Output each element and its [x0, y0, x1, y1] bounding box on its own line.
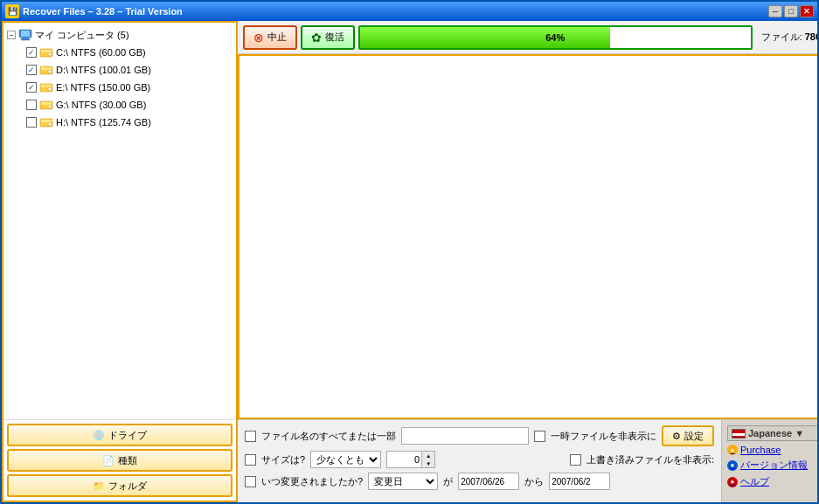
drive-icon-e	[39, 80, 53, 94]
right-main: ⊗ 中止 ✿ 復活 64% ファイル: 786	[238, 21, 817, 502]
svg-point-6	[48, 52, 52, 56]
svg-rect-11	[41, 85, 52, 87]
left-panel-buttons: 💿 ドライブ 📄 種類 📁 フォルダ	[3, 419, 236, 501]
tree-item-c: ✓ C:\ NTFS (60.00 GB)	[26, 44, 233, 61]
main-file-area[interactable]	[238, 54, 817, 419]
app-icon: 💾	[5, 4, 19, 18]
tree-children: ✓ C:\ NTFS (60.00 GB) ✓	[26, 44, 233, 131]
size-value-input[interactable]	[386, 451, 421, 468]
drive-icon-g	[39, 98, 53, 112]
left-panel: − マイ コンピュータ (5) ✓	[2, 21, 238, 502]
main-window: 💾 Recover Files – 3.28 – Trial Version ─…	[0, 0, 819, 504]
language-selector[interactable]: Japanese ▼	[727, 425, 817, 441]
tree-root-item: − マイ コンピュータ (5)	[7, 26, 233, 44]
file-count: ファイル: 786	[756, 31, 817, 44]
progress-bar	[360, 27, 610, 48]
svg-rect-1	[21, 31, 30, 37]
computer-icon	[18, 28, 32, 42]
side-links: Japanese ▼ ● Purchase ● バージョン情報 ●	[721, 420, 817, 502]
settings-label: 設定	[684, 430, 704, 443]
date-type-select[interactable]: 変更日	[368, 473, 438, 490]
filter-row-size: サイズは? 少なくとも ▲ ▼	[245, 451, 714, 468]
date-from-input[interactable]	[458, 473, 519, 490]
hide-temp-label: 一時ファイルを非表示に	[551, 430, 656, 443]
close-button[interactable]: ✕	[800, 5, 814, 17]
purchase-label: Purchase	[740, 445, 781, 455]
checkbox-d[interactable]: ✓	[26, 65, 37, 75]
help-label: ヘルプ	[740, 475, 769, 488]
lang-flag-icon	[732, 429, 746, 438]
date-to-label: から	[524, 475, 544, 488]
svg-rect-5	[41, 50, 52, 52]
filter-area: ファイル名のすべてまたは一部 一時ファイルを非表示に ⚙ 設定	[238, 420, 721, 502]
hide-overwrite-checkbox[interactable]	[570, 454, 581, 466]
recover-button[interactable]: ✿ 復活	[301, 25, 355, 50]
svg-point-18	[48, 122, 52, 126]
svg-point-15	[48, 105, 52, 108]
filename-checkbox[interactable]	[245, 431, 256, 442]
toolbar: ⊗ 中止 ✿ 復活 64% ファイル: 786	[238, 21, 817, 54]
lang-arrow-icon: ▼	[795, 428, 804, 438]
drive-icon-c	[39, 45, 53, 59]
spinner-down[interactable]: ▼	[422, 459, 434, 467]
size-checkbox[interactable]	[245, 454, 256, 466]
recover-icon: ✿	[311, 31, 322, 45]
svg-rect-3	[21, 39, 30, 41]
hide-temp-checkbox[interactable]	[534, 431, 545, 442]
help-icon: ●	[727, 477, 738, 487]
tree-expander[interactable]: −	[7, 31, 16, 39]
folder-button-label: フォルダ	[108, 480, 147, 493]
tree-area: − マイ コンピュータ (5) ✓	[3, 23, 236, 419]
checkbox-c[interactable]: ✓	[26, 47, 37, 58]
filename-input[interactable]	[401, 427, 529, 445]
date-to-input[interactable]	[549, 473, 610, 490]
svg-rect-8	[41, 67, 52, 70]
checkbox-e[interactable]: ✓	[26, 82, 37, 93]
stop-button[interactable]: ⊗ 中止	[243, 25, 297, 50]
filter-row-filename: ファイル名のすべてまたは一部 一時ファイルを非表示に ⚙ 設定	[245, 425, 714, 446]
spinner-buttons: ▲ ▼	[421, 451, 435, 468]
folder-button-icon: 📁	[93, 480, 105, 492]
right-section: ⊗ 中止 ✿ 復活 64% ファイル: 786	[238, 21, 817, 502]
svg-point-12	[48, 87, 52, 91]
folder-button[interactable]: 📁 フォルダ	[7, 474, 233, 497]
purchase-link[interactable]: ● Purchase	[727, 445, 817, 455]
title-bar: 💾 Recover Files – 3.28 – Trial Version ─…	[2, 2, 817, 21]
tree-item-e: ✓ E:\ NTFS (150.00 GB)	[26, 79, 233, 96]
minimize-button[interactable]: ─	[768, 5, 782, 17]
window-controls: ─ □ ✕	[768, 5, 814, 17]
type-button-label: 種類	[118, 454, 137, 467]
maximize-button[interactable]: □	[784, 5, 798, 17]
tree-item-d: ✓ D:\ NTFS (100.01 GB)	[26, 61, 233, 79]
tree-label-g: G:\ NTFS (30.00 GB)	[56, 100, 146, 110]
drive-button[interactable]: 💿 ドライブ	[7, 424, 233, 446]
version-label: バージョン情報	[740, 459, 808, 472]
settings-button[interactable]: ⚙ 設定	[662, 425, 714, 446]
date-ga-label: が	[443, 475, 453, 488]
tree-item-h: H:\ NTFS (125.74 GB)	[26, 114, 233, 131]
tree-label-c: C:\ NTFS (60.00 GB)	[56, 47, 146, 58]
drive-button-icon: 💿	[93, 430, 105, 441]
drive-icon-d	[39, 63, 53, 77]
svg-point-9	[48, 70, 52, 73]
checkbox-h[interactable]	[26, 117, 37, 128]
version-link[interactable]: ● バージョン情報	[727, 459, 817, 472]
recover-label: 復活	[325, 31, 344, 44]
help-link[interactable]: ● ヘルプ	[727, 475, 817, 488]
progress-bar-container: 64%	[358, 25, 753, 50]
tree-label-h: H:\ NTFS (125.74 GB)	[56, 117, 151, 128]
tree-root-label: マイ コンピュータ (5)	[35, 29, 129, 42]
size-type-select[interactable]: 少なくとも	[310, 451, 381, 468]
spinner-up[interactable]: ▲	[422, 452, 434, 459]
type-button[interactable]: 📄 種類	[7, 449, 233, 472]
filter-row-date: いつ変更されましたか? 変更日 が から	[245, 473, 714, 490]
drive-icon-h	[39, 115, 53, 129]
checkbox-g[interactable]	[26, 100, 37, 110]
tree-label-e: E:\ NTFS (150.00 GB)	[56, 82, 150, 93]
size-label: サイズは?	[261, 453, 305, 466]
tree-label-d: D:\ NTFS (100.01 GB)	[56, 65, 151, 75]
date-checkbox[interactable]	[245, 476, 256, 487]
bottom-section: ファイル名のすべてまたは一部 一時ファイルを非表示に ⚙ 設定	[238, 419, 817, 502]
purchase-icon: ●	[727, 445, 738, 455]
settings-icon: ⚙	[672, 431, 681, 442]
